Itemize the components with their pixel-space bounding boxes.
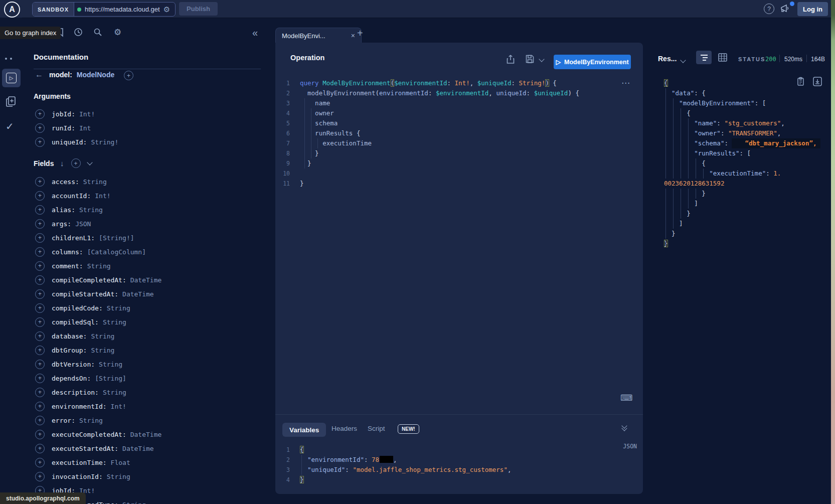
response-json[interactable]: { "data": { "modelByEnvironment": [ { "n… [664,78,820,249]
variables-editor[interactable]: 1{2 "environmentId": 78,3 "uniqueId": "m… [282,445,511,485]
field-name[interactable]: args: [52,220,71,228]
field-name[interactable]: executeCompletedAt: [52,431,126,438]
graph-index-icon[interactable] [5,58,12,60]
field-type[interactable]: [CatalogColumn] [87,248,146,256]
field-type[interactable]: String [83,178,107,186]
add-field-icon[interactable]: + [35,205,45,215]
field-type[interactable]: String [99,361,122,368]
add-field-icon[interactable]: + [35,374,45,383]
field-name[interactable]: environmentId: [52,403,107,410]
new-tab-icon[interactable]: + [357,28,363,39]
add-field-icon[interactable]: + [35,261,45,271]
field-name[interactable]: invocationId: [52,473,103,480]
keyboard-shortcuts-icon[interactable]: ⌨ [620,393,633,403]
add-field-icon[interactable]: + [35,331,45,341]
search-icon[interactable] [93,28,102,37]
history-clock-icon[interactable] [74,28,83,37]
field-type[interactable]: DateTime [122,290,154,298]
field-type[interactable]: String [107,473,130,480]
field-name[interactable]: access: [52,178,79,186]
add-field-icon[interactable]: + [35,289,45,299]
collapse-variables-icon[interactable] [622,424,626,430]
tab-script[interactable]: Script [368,425,385,432]
add-field-icon[interactable]: + [35,388,45,397]
field-type[interactable]: String [79,417,103,424]
announcements-megaphone-icon[interactable] [780,4,791,14]
login-button[interactable]: Log in [797,2,828,16]
argument-type[interactable]: Int! [79,110,95,118]
add-argument-icon[interactable]: + [35,123,45,133]
add-all-fields-icon[interactable]: + [124,71,133,80]
field-type[interactable]: String [107,304,130,312]
sidebar-item-checks[interactable]: ✓ [6,120,14,132]
field-type[interactable]: [String] [95,375,126,382]
add-field-icon[interactable]: + [35,346,45,355]
field-name[interactable]: compileCompletedAt: [52,276,126,284]
field-name[interactable]: accountId: [52,192,91,200]
add-field-icon[interactable]: + [35,430,45,439]
add-field-icon[interactable]: + [35,191,45,201]
add-field-icon[interactable]: + [35,303,45,313]
field-name[interactable]: executionTime: [52,459,107,466]
add-field-icon[interactable]: + [35,444,45,453]
run-operation-button[interactable]: ▷ ModelByEnvironment [554,55,631,69]
add-field-icon[interactable]: + [35,416,45,425]
field-type[interactable]: String [103,389,126,396]
add-field-icon[interactable]: + [35,233,45,243]
share-icon[interactable] [506,54,515,64]
sidebar-item-explorer[interactable]: ▷ [2,69,21,87]
field-type[interactable]: DateTime [130,276,162,284]
field-type[interactable]: [String!] [99,234,134,242]
field-name[interactable]: columns: [52,248,83,256]
field-name[interactable]: executeStartedAt: [52,445,118,452]
add-field-icon[interactable]: + [35,247,45,257]
add-fields-icon[interactable]: + [71,158,81,168]
field-name[interactable]: compileStartedAt: [52,290,118,298]
field-type[interactable]: String [79,206,103,214]
add-field-icon[interactable]: + [35,177,45,187]
settings-gear-icon[interactable]: ⚙ [114,27,121,38]
tree-view-toggle[interactable] [696,51,712,64]
field-type[interactable]: String [91,347,114,354]
help-icon[interactable]: ? [764,4,774,14]
field-type[interactable]: String [103,318,126,326]
sidebar-item-schema[interactable] [6,96,17,108]
tab-modelbyenvironment[interactable]: ModelByEnvi... × [275,28,362,43]
add-field-icon[interactable]: + [35,317,45,327]
field-name[interactable]: compiledSql: [52,318,99,326]
field-name[interactable]: comment: [52,262,83,270]
apollo-logo-icon[interactable]: A [4,2,20,18]
field-name[interactable]: alias: [52,206,75,214]
tab-headers[interactable]: Headers [331,425,357,432]
response-dropdown-chevron-icon[interactable] [680,57,686,63]
table-view-toggle[interactable] [718,53,727,62]
add-field-icon[interactable]: + [35,472,45,481]
field-type[interactable]: Int! [111,403,126,410]
field-name[interactable]: childrenL1: [52,234,95,242]
chevron-down-icon[interactable] [87,159,92,165]
field-type[interactable]: String [91,332,114,340]
save-icon[interactable] [525,54,535,64]
collapse-panel-icon[interactable]: « [252,27,258,39]
back-arrow-icon[interactable]: ← [35,70,43,79]
field-type[interactable]: Float [111,459,130,466]
field-type[interactable]: String [122,501,146,504]
field-type[interactable]: DateTime [130,431,162,438]
field-name[interactable]: dbtVersion: [52,361,95,368]
sort-fields-icon[interactable]: ↓ [60,159,64,167]
field-name[interactable]: dbtGroup: [52,347,87,354]
field-name[interactable]: dependsOn: [52,375,91,382]
field-type[interactable]: Int! [95,192,110,200]
endpoint-url-input[interactable]: https://metadata.cloud.get ⚙ [74,3,175,16]
tab-variables[interactable]: Variables [282,423,326,437]
add-field-icon[interactable]: + [35,219,45,229]
doc-field-type-link[interactable]: ModelNode [77,71,114,79]
field-name[interactable]: database: [52,332,87,340]
add-argument-icon[interactable]: + [35,137,45,147]
publish-button[interactable]: Publish [179,2,218,16]
operation-editor[interactable]: 1query ModelByEnvironment($environmentId… [282,78,579,189]
argument-type[interactable]: String! [91,138,118,146]
add-field-icon[interactable]: + [35,458,45,467]
argument-type[interactable]: Int [79,124,91,132]
add-field-icon[interactable]: + [35,402,45,411]
